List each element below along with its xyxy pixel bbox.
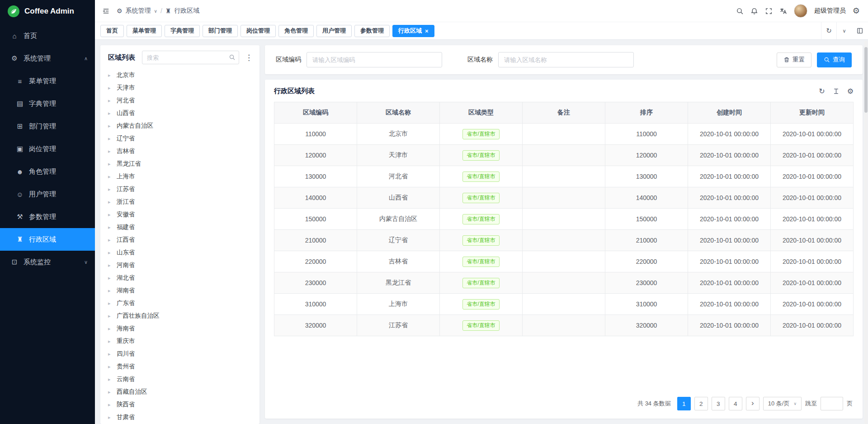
page-button[interactable]: 3: [712, 397, 725, 410]
tab[interactable]: 字典管理 ×: [165, 25, 200, 37]
page-scrollbar-thumb[interactable]: [864, 47, 868, 113]
caret-right-icon[interactable]: ▸: [108, 402, 113, 408]
table-refresh-icon[interactable]: ↻: [819, 88, 825, 95]
tree-item[interactable]: ▸ 广西壮族自治区: [106, 310, 254, 322]
tab[interactable]: 用户管理 ×: [316, 25, 352, 37]
caret-right-icon[interactable]: ▸: [108, 186, 113, 192]
tree-item[interactable]: ▸ 安徽省: [106, 208, 254, 221]
jump-page-input[interactable]: [821, 397, 843, 410]
tree-item[interactable]: ▸ 湖南省: [106, 284, 254, 297]
tree-item[interactable]: ▸ 陕西省: [106, 398, 254, 411]
bell-icon[interactable]: [750, 7, 758, 15]
caret-right-icon[interactable]: ▸: [108, 212, 113, 218]
caret-right-icon[interactable]: ▸: [108, 148, 113, 154]
tab[interactable]: 岗位管理 ×: [241, 25, 276, 37]
caret-right-icon[interactable]: ▸: [108, 123, 113, 129]
caret-right-icon[interactable]: ▸: [108, 414, 113, 420]
caret-right-icon[interactable]: ▸: [108, 389, 113, 395]
caret-right-icon[interactable]: ▸: [108, 351, 113, 357]
caret-right-icon[interactable]: ▸: [108, 85, 113, 91]
sidebar-item[interactable]: ♜ 行政区域: [0, 228, 95, 251]
tree-item[interactable]: ▸ 山西省: [106, 107, 254, 119]
tabs-refresh-icon[interactable]: ↻: [821, 22, 836, 39]
tree-item[interactable]: ▸ 贵州省: [106, 360, 254, 373]
caret-right-icon[interactable]: ▸: [108, 237, 113, 243]
table-settings-gear-icon[interactable]: ⚙: [847, 88, 854, 95]
caret-right-icon[interactable]: ▸: [108, 250, 113, 256]
caret-right-icon[interactable]: ▸: [108, 110, 113, 116]
sidebar-item[interactable]: ⌂ 首页: [0, 24, 95, 47]
reset-button[interactable]: 重置: [777, 52, 811, 67]
tree-item[interactable]: ▸ 湖北省: [106, 272, 254, 284]
tab-close-icon[interactable]: ×: [425, 28, 429, 34]
translate-icon[interactable]: [779, 7, 787, 15]
table-density-icon[interactable]: [833, 88, 840, 95]
region-code-input[interactable]: [307, 52, 442, 67]
next-page-button[interactable]: ›: [746, 397, 760, 410]
tab[interactable]: 菜单管理 ×: [127, 25, 162, 37]
caret-right-icon[interactable]: ▸: [108, 136, 113, 142]
sidebar-item[interactable]: ⊞ 部门管理: [0, 115, 95, 138]
sidebar-item[interactable]: ▣ 岗位管理: [0, 138, 95, 160]
tab[interactable]: 首页 ×: [100, 25, 124, 37]
logo[interactable]: Coffee Admin: [0, 0, 95, 23]
page-button[interactable]: 4: [729, 397, 742, 410]
tree-item[interactable]: ▸ 云南省: [106, 373, 254, 386]
tree-item[interactable]: ▸ 河北省: [106, 94, 254, 107]
tree-item[interactable]: ▸ 重庆市: [106, 335, 254, 348]
tab[interactable]: 行政区域 ×: [392, 25, 434, 37]
tree-item[interactable]: ▸ 河南省: [106, 259, 254, 272]
tree-item[interactable]: ▸ 西藏自治区: [106, 386, 254, 398]
tree-item[interactable]: ▸ 海南省: [106, 322, 254, 335]
avatar[interactable]: [794, 4, 807, 18]
caret-right-icon[interactable]: ▸: [108, 288, 113, 294]
sidebar-item[interactable]: ≡ 菜单管理: [0, 70, 95, 92]
region-name-input[interactable]: [498, 52, 634, 67]
caret-right-icon[interactable]: ▸: [108, 72, 113, 78]
caret-right-icon[interactable]: ▸: [108, 174, 113, 180]
caret-right-icon[interactable]: ▸: [108, 313, 113, 319]
settings-gear-icon[interactable]: ⚙: [853, 7, 860, 15]
page-button[interactable]: 1: [677, 397, 691, 410]
tree-search-input[interactable]: [142, 51, 239, 64]
sidebar-item[interactable]: ⊡ 系统监控 ∨: [0, 251, 95, 273]
tree-item[interactable]: ▸ 四川省: [106, 348, 254, 360]
sidebar-item[interactable]: ☻ 角色管理: [0, 160, 95, 183]
caret-right-icon[interactable]: ▸: [108, 376, 113, 382]
caret-right-icon[interactable]: ▸: [108, 161, 113, 167]
caret-right-icon[interactable]: ▸: [108, 98, 113, 104]
layout-panel-icon[interactable]: [852, 27, 868, 34]
tree-item[interactable]: ▸ 江苏省: [106, 183, 254, 195]
caret-right-icon[interactable]: ▸: [108, 275, 113, 281]
sidebar-item[interactable]: ▤ 字典管理: [0, 92, 95, 115]
page-size-select[interactable]: 10 条/页 ∨: [763, 397, 802, 410]
sidebar-collapse-icon[interactable]: [102, 7, 110, 15]
tree-item[interactable]: ▸ 江西省: [106, 233, 254, 246]
sidebar-item[interactable]: ⚒ 参数管理: [0, 205, 95, 228]
caret-right-icon[interactable]: ▸: [108, 364, 113, 370]
tree-item[interactable]: ▸ 福建省: [106, 221, 254, 233]
fullscreen-icon[interactable]: [765, 7, 773, 15]
caret-right-icon[interactable]: ▸: [108, 338, 113, 344]
tree-item[interactable]: ▸ 辽宁省: [106, 132, 254, 145]
search-icon[interactable]: [736, 7, 744, 15]
caret-right-icon[interactable]: ▸: [108, 300, 113, 306]
tab[interactable]: 角色管理 ×: [278, 25, 314, 37]
sidebar-item[interactable]: ☺ 用户管理: [0, 183, 95, 205]
username[interactable]: 超级管理员: [814, 7, 846, 15]
tree-item[interactable]: ▸ 山东省: [106, 246, 254, 259]
tree-item[interactable]: ▸ 吉林省: [106, 145, 254, 157]
more-dots-icon[interactable]: ⋮: [244, 53, 254, 62]
page-button[interactable]: 2: [694, 397, 708, 410]
caret-right-icon[interactable]: ▸: [108, 262, 113, 268]
tab[interactable]: 部门管理 ×: [203, 25, 238, 37]
sidebar-item[interactable]: ⚙ 系统管理 ∧: [0, 47, 95, 70]
tree-item[interactable]: ▸ 甘肃省: [106, 411, 254, 424]
tree-item[interactable]: ▸ 上海市: [106, 170, 254, 183]
tree-item[interactable]: ▸ 内蒙古自治区: [106, 119, 254, 132]
tree-item[interactable]: ▸ 天津市: [106, 81, 254, 94]
caret-right-icon[interactable]: ▸: [108, 224, 113, 230]
caret-right-icon[interactable]: ▸: [108, 326, 113, 332]
tabs-menu-chevron-icon[interactable]: ∨: [836, 22, 852, 39]
caret-right-icon[interactable]: ▸: [108, 199, 113, 205]
